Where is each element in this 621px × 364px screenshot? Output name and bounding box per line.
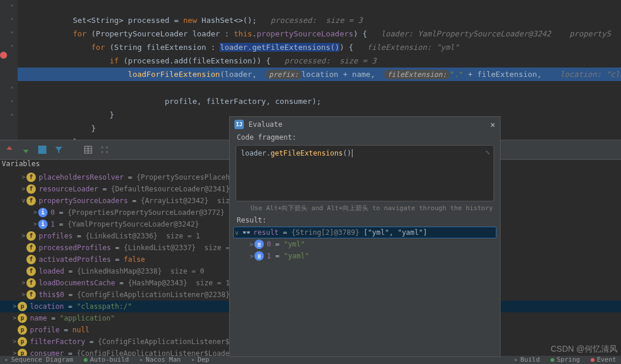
status-bar: Sequence DiagramAuto-buildNacos ManDep B… <box>0 356 621 364</box>
result-label: Result: <box>230 215 500 225</box>
status-item[interactable]: Auto-build <box>84 356 129 364</box>
code-token: Set <box>73 16 86 25</box>
status-item[interactable]: Spring <box>550 356 580 364</box>
close-icon[interactable]: ✕ <box>491 120 495 129</box>
status-item[interactable]: Event <box>590 356 616 364</box>
status-item[interactable]: Nacos Man <box>139 356 180 364</box>
current-exec-line: loadForFileExtension(loader, prefix:loca… <box>18 68 621 81</box>
result-item[interactable]: >≡0 = "yml" <box>233 238 496 250</box>
svg-rect-4 <box>101 151 103 153</box>
grid-icon[interactable] <box>100 145 109 154</box>
filter-icon[interactable] <box>54 145 63 154</box>
result-tree[interactable]: v👓 result = {String[2]@3789} ["yml", "ya… <box>230 225 500 356</box>
code-fragment-label: Code fragment: <box>230 132 500 143</box>
svg-rect-0 <box>39 146 46 153</box>
svg-rect-3 <box>106 146 108 149</box>
result-item[interactable]: >≡1 = "yaml" <box>233 250 496 262</box>
status-item[interactable]: Sequence Diagram <box>5 356 73 364</box>
result-row[interactable]: v👓 result = {String[2]@3789} ["yml", "ya… <box>233 227 496 238</box>
popup-titlebar[interactable]: IJ Evaluate ✕ <box>230 117 500 132</box>
svg-rect-2 <box>101 146 103 149</box>
table-view-icon[interactable] <box>83 145 93 154</box>
popup-title: Evaluate <box>249 120 283 129</box>
history-hint: Use Alt+向下箭头 and Alt+向上箭头 to navigate th… <box>230 204 500 215</box>
glasses-icon: 👓 <box>242 228 251 237</box>
expression-input[interactable]: loader.getFileExtensions() ⤡ <box>236 145 494 201</box>
stack-down-icon[interactable] <box>21 145 31 154</box>
stack-up-icon[interactable] <box>5 145 14 154</box>
status-item[interactable]: Build <box>514 356 540 364</box>
status-item[interactable]: Dep <box>192 356 210 364</box>
collapse-icon[interactable]: ⤡ <box>485 149 490 156</box>
restore-layout-icon[interactable] <box>38 145 47 154</box>
evaluate-popup: IJ Evaluate ✕ Code fragment: loader.getF… <box>229 116 501 357</box>
intellij-icon: IJ <box>234 120 244 129</box>
svg-rect-5 <box>106 151 108 153</box>
